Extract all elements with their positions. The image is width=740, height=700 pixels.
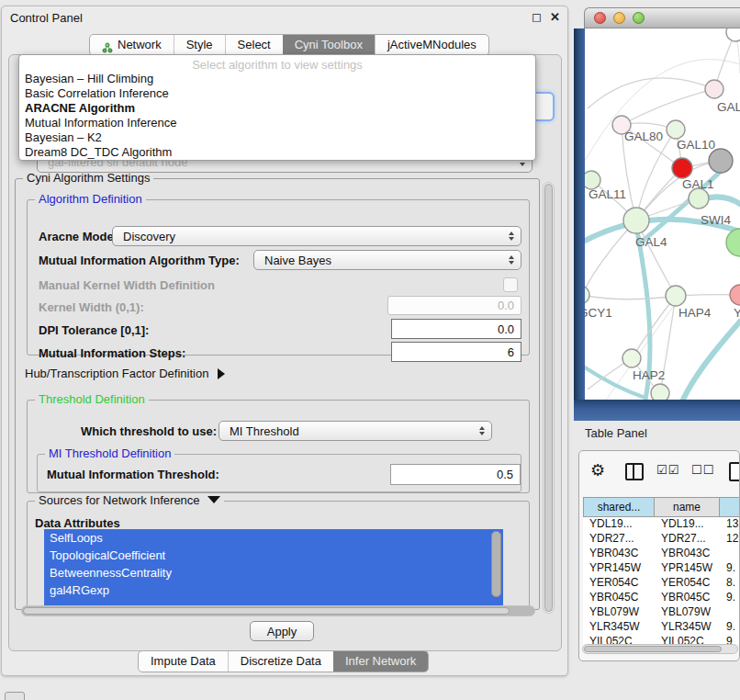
table-row[interactable]: YBR045C YBR045C 9. — [583, 591, 740, 605]
algorithm-dropdown-popup: Select algorithm to view settings Bayesi… — [18, 54, 536, 161]
tab-style[interactable]: Style — [174, 35, 225, 55]
settings-hscrollbar[interactable] — [21, 605, 535, 616]
table-row[interactable]: YBL079W YBL079W — [583, 605, 740, 620]
data-attributes-list[interactable]: SelfLoops TopologicalCoefficient Between… — [44, 529, 503, 608]
collapse-down-icon — [207, 496, 220, 503]
apply-button[interactable]: Apply — [250, 621, 314, 641]
tab-jactivemnodules[interactable]: jActiveMNodules — [375, 35, 488, 55]
list-scrollbar-thumb[interactable] — [491, 531, 501, 597]
manual-kernel-checkbox[interactable] — [503, 277, 518, 292]
table-row[interactable]: YER054C YER054C 8. — [583, 576, 740, 591]
column-header-shared-name[interactable]: shared... — [583, 497, 655, 517]
mi-threshold-label: Mutual Information Threshold: — [47, 468, 219, 481]
table-row[interactable]: YDR27... YDR27... 12 — [583, 532, 740, 547]
tab-network[interactable]: Network — [90, 35, 174, 55]
table-hscrollbar[interactable] — [582, 644, 738, 654]
tab-select[interactable]: Select — [225, 35, 283, 55]
attribute-item[interactable]: SelfLoops — [44, 529, 503, 547]
network-node — [705, 80, 723, 98]
minimize-traffic-light[interactable] — [613, 12, 625, 24]
stepper-arrows-icon — [509, 255, 514, 265]
stepper-arrows-icon — [509, 231, 514, 241]
mi-steps-field[interactable]: 6 — [391, 342, 521, 362]
column-header-name[interactable]: name — [654, 497, 720, 517]
tab-infer-network[interactable]: Infer Network — [333, 651, 428, 672]
algorithm-option-selected[interactable]: ARACNE Algorithm — [19, 101, 535, 116]
columns-icon[interactable] — [625, 463, 644, 480]
sources-title-label: Sources for Network Inference — [39, 493, 200, 507]
export-table-icon[interactable] — [729, 462, 740, 481]
settings-group-title: Cyni Algorithm Settings — [23, 171, 153, 185]
mi-steps-label: Mutual Information Steps: — [39, 346, 185, 360]
table-row[interactable]: YDL19... YDL19... 13 — [583, 517, 740, 532]
network-window-titlebar[interactable] — [584, 7, 740, 28]
algorithm-option[interactable]: Bayesian – K2 — [19, 130, 535, 145]
tab-cyni-toolbox[interactable]: Cyni Toolbox — [283, 35, 375, 55]
algorithm-definition-group: Algorithm Definition Aracne Mode: Discov… — [27, 199, 530, 356]
zoom-traffic-light[interactable] — [633, 12, 645, 24]
network-canvas[interactable]: GAL GAL80 GAL10 GAL1 GAL11 SWI4 GAL4 GCY… — [585, 28, 740, 400]
select-all-columns-icon[interactable]: ☑☑ — [656, 463, 679, 477]
table-row[interactable]: YBR043C YBR043C — [583, 547, 740, 561]
attribute-item[interactable]: BetweennessCentrality — [44, 564, 503, 581]
sources-group-title[interactable]: Sources for Network Inference — [35, 493, 224, 507]
column-header-partial[interactable] — [719, 497, 740, 517]
aracne-mode-combo[interactable]: Discovery — [112, 226, 521, 246]
unselect-all-columns-icon[interactable]: ☐☐ — [691, 463, 714, 477]
tab-network-label: Network — [118, 35, 162, 55]
which-threshold-combo[interactable]: MI Threshold — [219, 421, 492, 441]
kernel-width-field[interactable]: 0.0 — [387, 296, 521, 315]
data-attributes-label: Data Attributes — [35, 516, 120, 530]
mi-threshold-field[interactable]: 0.5 — [390, 464, 521, 485]
expand-right-icon — [218, 368, 225, 379]
network-graph: GAL GAL80 GAL10 GAL1 GAL11 SWI4 GAL4 GCY… — [585, 28, 740, 400]
threshold-definition-title: Threshold Definition — [35, 392, 149, 406]
node-label: GAL1 — [682, 177, 714, 191]
close-icon[interactable]: ✕ — [550, 10, 560, 24]
attribute-item[interactable]: TopologicalCoefficient — [44, 547, 503, 564]
attribute-item[interactable]: gal4RGexp — [44, 581, 503, 599]
sources-group: Sources for Network Inference Data Attri… — [27, 501, 530, 609]
node-label: GCY1 — [585, 306, 612, 320]
network-node — [667, 120, 685, 139]
network-node — [622, 349, 641, 367]
node-label: HAP2 — [633, 368, 665, 382]
table-row[interactable]: YPR145W YPR145W 9. — [583, 561, 740, 576]
control-panel-window: Control Panel ◻ ✕ Network Style Select — [1, 6, 568, 676]
mi-type-combo[interactable]: Naive Bayes — [253, 250, 521, 270]
which-threshold-value: MI Threshold — [230, 424, 299, 438]
tab-discretize-data[interactable]: Discretize Data — [228, 651, 333, 672]
cyni-algorithm-settings-group: Cyni Algorithm Settings Algorithm Defini… — [15, 178, 540, 610]
node-label: GAL — [717, 100, 740, 114]
tab-impute-data[interactable]: Impute Data — [139, 651, 228, 672]
node-label: GAL4 — [635, 235, 667, 249]
algorithm-option[interactable]: Dream8 DC_TDC Algorithm — [19, 145, 535, 160]
network-node — [585, 286, 589, 304]
network-node — [651, 384, 669, 400]
algorithm-option[interactable]: Bayesian – Hill Climbing — [19, 72, 535, 86]
float-panel-icon[interactable]: ◻ — [532, 10, 542, 24]
network-window-frame-left — [574, 28, 585, 400]
control-panel-title: Control Panel — [10, 11, 83, 25]
network-node — [730, 285, 740, 305]
close-traffic-light[interactable] — [594, 12, 606, 24]
node-label: GAL11 — [589, 187, 626, 201]
network-node — [726, 229, 740, 256]
aracne-mode-label: Aracne Mode: — [39, 230, 118, 243]
network-labels: GAL GAL80 GAL10 GAL1 GAL11 SWI4 GAL4 GCY… — [585, 100, 740, 382]
node-label: HAP4 — [678, 306, 712, 320]
algorithm-definition-title: Algorithm Definition — [35, 192, 146, 206]
network-icon — [102, 40, 113, 51]
mi-threshold-group: MI Threshold Definition Mutual Informati… — [37, 454, 521, 492]
table-row[interactable]: YLR345W YLR345W 9. — [583, 620, 740, 635]
dpi-tolerance-field[interactable]: 0.0 — [391, 319, 521, 339]
gear-icon[interactable]: ⚙ — [590, 460, 605, 480]
algorithm-option[interactable]: Basic Correlation Inference — [19, 86, 535, 101]
table-panel-window: ⚙ ☑☑ ☐☐ shared... name YDL19... YDL19...… — [578, 450, 740, 661]
table-row[interactable]: YIL052C YIL052C 9 — [583, 635, 740, 644]
mi-type-value: Naive Bayes — [264, 254, 331, 267]
hub-definition-toggle[interactable]: Hub/Transcription Factor Definition — [25, 367, 225, 380]
algorithm-option[interactable]: Mutual Information Inference — [19, 116, 535, 130]
settings-vscrollbar[interactable] — [543, 182, 555, 614]
docked-panel-icon[interactable] — [5, 692, 25, 700]
